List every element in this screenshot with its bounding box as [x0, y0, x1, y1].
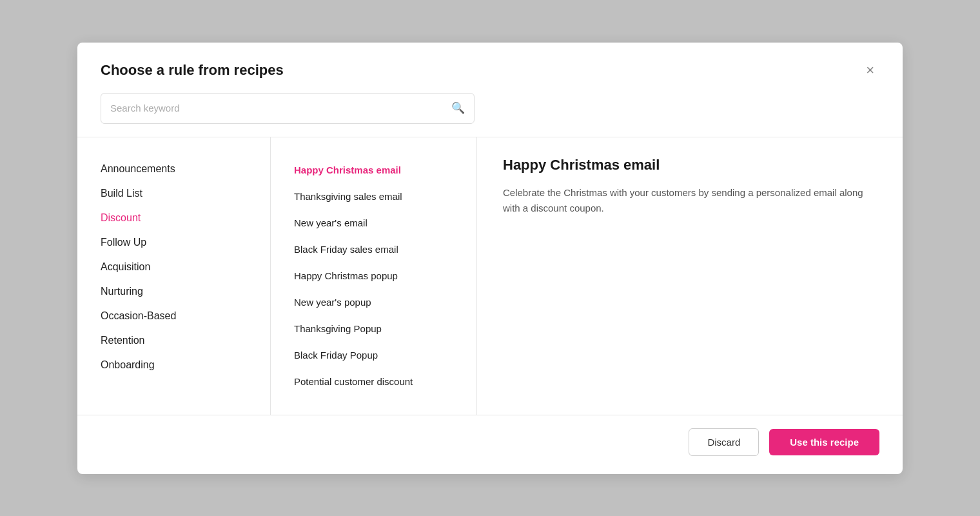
recipe-item-potential-customer-discount[interactable]: Potential customer discount: [294, 368, 476, 395]
recipes-column: Happy Christmas emailThanksgiving sales …: [271, 137, 477, 415]
search-box: 🔍: [101, 93, 475, 124]
detail-title: Happy Christmas email: [503, 157, 879, 174]
search-input[interactable]: [110, 103, 451, 114]
recipe-item-thanksgiving-popup[interactable]: Thanksgiving Popup: [294, 315, 476, 342]
categories-column: AnnouncementsBuild ListDiscountFollow Up…: [77, 137, 271, 415]
recipe-item-new-years-email[interactable]: New year's email: [294, 210, 476, 236]
category-item-retention[interactable]: Retention: [101, 328, 270, 353]
modal-footer: Discard Use this recipe: [77, 415, 903, 474]
discard-button[interactable]: Discard: [689, 428, 759, 456]
category-item-follow-up[interactable]: Follow Up: [101, 230, 270, 255]
recipe-item-happy-christmas-email[interactable]: Happy Christmas email: [294, 157, 476, 183]
category-item-discount[interactable]: Discount: [101, 206, 270, 230]
detail-description: Celebrate the Christmas with your custom…: [503, 185, 879, 216]
modal-header: Choose a rule from recipes ×: [77, 43, 903, 93]
modal-overlay: Choose a rule from recipes × 🔍 Announcem…: [0, 0, 980, 516]
recipe-item-black-friday-sales-email[interactable]: Black Friday sales email: [294, 236, 476, 263]
modal-title: Choose a rule from recipes: [101, 62, 284, 79]
category-item-acquisition[interactable]: Acquisition: [101, 255, 270, 279]
category-item-nurturing[interactable]: Nurturing: [101, 279, 270, 304]
recipe-item-new-years-popup[interactable]: New year's popup: [294, 289, 476, 315]
recipe-item-black-friday-popup[interactable]: Black Friday Popup: [294, 342, 476, 368]
category-item-occasion-based[interactable]: Occasion-Based: [101, 304, 270, 328]
recipe-item-thanksgiving-sales-email[interactable]: Thanksgiving sales email: [294, 183, 476, 210]
close-button[interactable]: ×: [861, 61, 879, 80]
category-item-announcements[interactable]: Announcements: [101, 157, 270, 181]
use-recipe-button[interactable]: Use this recipe: [769, 429, 879, 455]
search-icon: 🔍: [451, 101, 465, 115]
modal-dialog: Choose a rule from recipes × 🔍 Announcem…: [77, 43, 903, 474]
search-section: 🔍: [77, 93, 903, 124]
modal-body: AnnouncementsBuild ListDiscountFollow Up…: [77, 137, 903, 415]
category-item-onboarding[interactable]: Onboarding: [101, 353, 270, 377]
category-item-build-list[interactable]: Build List: [101, 181, 270, 206]
detail-column: Happy Christmas email Celebrate the Chri…: [477, 137, 903, 415]
recipe-item-happy-christmas-popup[interactable]: Happy Christmas popup: [294, 263, 476, 289]
